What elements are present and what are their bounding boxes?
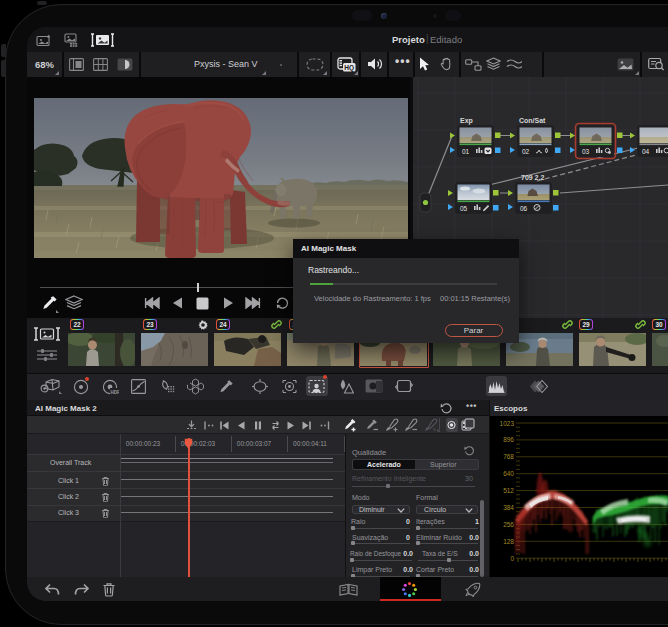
svg-text:HQ: HQ bbox=[344, 64, 354, 72]
svg-text:0: 0 bbox=[510, 555, 514, 562]
svg-text:05: 05 bbox=[460, 205, 468, 212]
svg-text:Exp: Exp bbox=[460, 117, 473, 125]
svg-text:Con/Sat: Con/Sat bbox=[519, 117, 546, 124]
svg-text:03: 03 bbox=[582, 148, 590, 155]
svg-text:709 2.2: 709 2.2 bbox=[521, 174, 544, 181]
svg-text:06: 06 bbox=[520, 205, 528, 212]
svg-text:s: s bbox=[433, 426, 436, 432]
svg-text:02: 02 bbox=[522, 148, 530, 155]
svg-text:640: 640 bbox=[503, 470, 514, 477]
svg-text:384: 384 bbox=[503, 504, 514, 511]
svg-text:896: 896 bbox=[503, 436, 514, 443]
svg-text:04: 04 bbox=[642, 148, 650, 155]
svg-text:128: 128 bbox=[503, 538, 514, 545]
svg-text:1023: 1023 bbox=[500, 420, 515, 427]
svg-text:512: 512 bbox=[503, 487, 514, 494]
svg-text:768: 768 bbox=[503, 453, 514, 460]
svg-text:256: 256 bbox=[503, 521, 514, 528]
svg-text:HDR: HDR bbox=[111, 390, 120, 395]
svg-text:01: 01 bbox=[462, 148, 470, 155]
